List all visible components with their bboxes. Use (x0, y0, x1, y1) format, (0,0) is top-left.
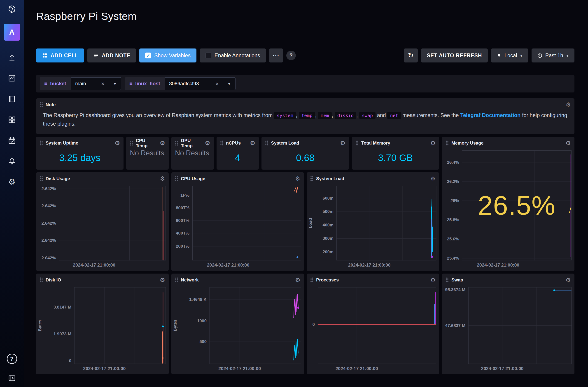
avatar[interactable]: A (4, 24, 20, 40)
code-chip: swap (359, 112, 376, 119)
y-tick: 200T% (176, 244, 189, 249)
y-tick: 95.3674 M (445, 287, 465, 292)
cell-system-uptime: System Uptime ⚙ 3.25 days (36, 137, 124, 170)
set-auto-refresh-label: SET AUTO REFRESH (427, 53, 482, 59)
plot-area[interactable]: 2024-02-17 21:00:00 (59, 186, 166, 260)
plot-area[interactable]: 2024-02-17 21:00:00 (74, 287, 166, 364)
plot-area[interactable]: 2024-02-17 21:00:00 (192, 186, 301, 260)
cell-settings-gear-icon[interactable]: ⚙ (430, 176, 436, 182)
drag-handle-icon[interactable] (175, 277, 178, 283)
tasks-calendar-icon[interactable] (8, 136, 16, 145)
upload-data-icon[interactable] (8, 53, 16, 62)
clear-icon[interactable]: × (215, 81, 219, 87)
drag-handle-icon[interactable] (40, 102, 43, 107)
clear-icon[interactable]: × (101, 81, 105, 87)
cell-settings-gear-icon[interactable]: ⚙ (160, 140, 165, 146)
influxdb-logo-icon[interactable] (8, 5, 16, 14)
add-note-button[interactable]: ADD NOTE (87, 48, 136, 62)
alerts-bell-icon[interactable] (8, 157, 16, 166)
notebooks-icon[interactable] (8, 95, 16, 103)
drag-handle-icon[interactable] (130, 140, 133, 146)
settings-gear-icon[interactable]: ⚙ (8, 178, 16, 186)
hamburger-icon: ≡ (129, 80, 133, 87)
timezone-dropdown[interactable]: Local ▾ (491, 48, 528, 62)
add-note-label: ADD NOTE (102, 53, 130, 59)
no-results-text: No Results (126, 148, 169, 170)
plot-area[interactable]: 2024-02-17 21:00:00 (468, 287, 572, 364)
cell-settings-gear-icon[interactable]: ⚙ (295, 277, 300, 283)
drag-handle-icon[interactable] (175, 176, 178, 181)
y-tick: 0 (69, 358, 71, 363)
drag-handle-icon[interactable] (40, 277, 43, 283)
add-cell-button[interactable]: ADD CELL (36, 48, 84, 62)
help-icon[interactable]: ? (7, 354, 17, 364)
drag-handle-icon[interactable] (40, 176, 43, 181)
toolbar-help-icon[interactable]: ? (286, 51, 296, 60)
cell-cpu-usage: CPU Usage ⚙ 1P% 800T% 600T% 400T% 200T% (171, 172, 304, 271)
variable-linux-host-select[interactable]: 8086adfccf93 × (165, 77, 223, 90)
note-title: Note (46, 102, 56, 107)
drag-handle-icon[interactable] (40, 140, 43, 146)
code-chip: diskio (335, 112, 356, 119)
variable-bucket-caret[interactable]: ▾ (109, 77, 121, 90)
drag-handle-icon[interactable] (175, 140, 178, 146)
cell-title: Disk IO (46, 277, 61, 283)
stat-value: 0.68 (261, 148, 349, 170)
cell-settings-gear-icon[interactable]: ⚙ (115, 140, 120, 146)
drag-handle-icon[interactable] (356, 140, 358, 146)
cell-settings-gear-icon[interactable]: ⚙ (430, 140, 436, 146)
plot-area[interactable]: 2024-02-17 21:00:00 (462, 150, 572, 260)
telegraf-documentation-link[interactable]: Telegraf Documentation (460, 112, 521, 118)
plot-area[interactable]: 2024-02-17 21:00:00 (209, 287, 301, 364)
cell-settings-gear-icon[interactable]: ⚙ (566, 140, 571, 146)
drag-handle-icon[interactable] (220, 140, 223, 146)
cell-settings-gear-icon[interactable]: ⚙ (430, 277, 436, 283)
set-auto-refresh-button[interactable]: SET AUTO REFRESH (421, 48, 488, 62)
cell-title: Swap (451, 277, 463, 283)
y-tick: 47.6837 M (445, 323, 465, 328)
cell-settings-gear-icon[interactable]: ⚙ (566, 102, 571, 108)
variable-linux-host-chip[interactable]: ≡ linux_host (125, 77, 165, 90)
y-axis: 600m 500m 400m 300m 200m (307, 186, 336, 260)
sidebar: A ⚙ ? (0, 0, 24, 387)
enable-annotations-label: Enable Annotations (214, 53, 260, 59)
drag-handle-icon[interactable] (310, 277, 314, 283)
y-tick: 1.4648 K (189, 297, 207, 302)
variable-linux-host-caret[interactable]: ▾ (223, 77, 235, 90)
drag-handle-icon[interactable] (445, 140, 449, 146)
y-tick: 400m (322, 223, 334, 228)
cell-settings-gear-icon[interactable]: ⚙ (250, 140, 255, 146)
enable-annotations-toggle[interactable]: Enable Annotations (200, 48, 266, 62)
variable-bucket-label: bucket (50, 81, 66, 87)
y-tick: 600m (322, 196, 334, 201)
more-options-button[interactable]: ··· (269, 48, 283, 62)
drag-handle-icon[interactable] (310, 176, 314, 181)
drag-handle-icon[interactable] (445, 277, 449, 283)
y-tick: 2.642% (42, 203, 56, 208)
refresh-icon: ↻ (408, 52, 413, 59)
show-variables-toggle[interactable]: ✓ Show Variables (139, 48, 196, 62)
cell-disk-io: Disk IO ⚙ Bytes 3.8147 M 1.9073 M 0 (36, 273, 169, 374)
explore-graph-icon[interactable] (8, 74, 16, 82)
cell-settings-gear-icon[interactable]: ⚙ (340, 140, 345, 146)
variable-bucket-select[interactable]: main × (71, 77, 109, 90)
cell-settings-gear-icon[interactable]: ⚙ (566, 277, 571, 283)
y-tick: 25.6% (447, 237, 459, 242)
variable-bucket: ≡ bucket main × ▾ (40, 77, 121, 90)
plot-area[interactable]: 2024-02-17 21:00:00 (336, 186, 437, 260)
time-range-dropdown[interactable]: Past 1h ▾ (532, 48, 574, 62)
cell-settings-gear-icon[interactable]: ⚙ (295, 176, 300, 182)
cell-gpu-temp: GPU Temp ⚙ No Results (171, 137, 214, 170)
dashboards-icon[interactable] (8, 116, 16, 124)
variable-bucket-chip[interactable]: ≡ bucket (40, 77, 71, 90)
plot-area[interactable]: 2024-02-17 21:00:00 (317, 287, 437, 364)
y-tick: 2.642% (42, 238, 56, 243)
refresh-button[interactable]: ↻ (404, 48, 418, 62)
hamburger-icon: ≡ (44, 80, 47, 87)
y-tick: 0 (312, 322, 315, 327)
expand-sidebar-icon[interactable] (8, 374, 16, 383)
drag-handle-icon[interactable] (265, 140, 268, 146)
cell-settings-gear-icon[interactable]: ⚙ (160, 277, 165, 283)
cell-settings-gear-icon[interactable]: ⚙ (205, 140, 210, 146)
cell-settings-gear-icon[interactable]: ⚙ (160, 176, 165, 182)
